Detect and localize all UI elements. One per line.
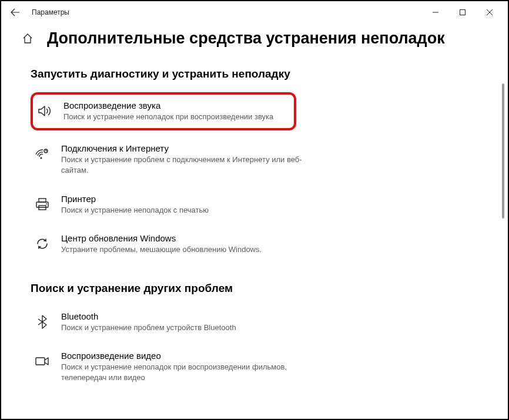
troubleshooter-windows-update[interactable]: Центр обновления Windows Устраните пробл… [31, 229, 491, 260]
speaker-icon [36, 103, 53, 119]
maximize-icon [459, 9, 466, 16]
svg-point-4 [41, 157, 42, 159]
troubleshooter-bluetooth[interactable]: Bluetooth Поиск и устранение проблем уст… [31, 307, 491, 338]
item-desc: Поиск и устранение неполадок при воспрои… [61, 362, 320, 383]
item-title: Воспроизведение звука [63, 100, 273, 110]
home-icon [22, 33, 34, 45]
scrollbar[interactable] [502, 83, 504, 219]
troubleshooter-internet[interactable]: Подключения к Интернету Поиск и устранен… [31, 139, 491, 180]
item-desc: Поиск и устранение проблем с подключение… [61, 154, 320, 176]
window-controls [422, 3, 503, 22]
item-title: Центр обновления Windows [61, 233, 262, 243]
minimize-icon [432, 9, 439, 16]
item-title: Подключения к Интернету [61, 143, 320, 153]
printer-icon [34, 196, 51, 213]
item-desc: Поиск и устранение неполадок с печатью [61, 205, 209, 216]
item-desc: Поиск и устранение проблем устройств Blu… [61, 322, 236, 333]
svg-rect-7 [36, 202, 48, 207]
svg-rect-10 [36, 358, 45, 365]
close-button[interactable] [476, 3, 503, 22]
item-desc: Устраните проблемы, мешающие обновлению … [61, 244, 262, 255]
item-title: Bluetooth [61, 311, 236, 321]
item-title: Воспроизведение видео [61, 351, 320, 361]
section-1: Поиск и устранение других проблем Blueto… [18, 282, 491, 388]
svg-point-9 [46, 203, 47, 204]
video-icon [34, 353, 51, 369]
troubleshooter-video-playback[interactable]: Воспроизведение видео Поиск и устранение… [31, 346, 491, 388]
back-button[interactable] [6, 3, 25, 22]
item-desc: Поиск и устранение неполадок при воспрои… [63, 112, 273, 122]
item-text: Bluetooth Поиск и устранение проблем уст… [61, 311, 236, 333]
troubleshooter-audio-playback[interactable]: Воспроизведение звука Поиск и устранение… [31, 92, 296, 130]
item-text: Воспроизведение звука Поиск и устранение… [63, 100, 273, 122]
item-text: Принтер Поиск и устранение неполадок с п… [61, 194, 209, 216]
bluetooth-icon [34, 314, 51, 330]
troubleshooter-list-1: Bluetooth Поиск и устранение проблем уст… [31, 307, 491, 388]
item-text: Воспроизведение видео Поиск и устранение… [61, 351, 320, 383]
item-title: Принтер [61, 194, 209, 204]
titlebar: Параметры [1, 1, 508, 23]
back-arrow-icon [11, 8, 20, 17]
wifi-icon [34, 146, 51, 162]
maximize-button[interactable] [449, 3, 476, 22]
close-icon [486, 9, 493, 16]
page-title: Дополнительные средства устранения непол… [47, 29, 445, 48]
svg-rect-1 [460, 10, 466, 15]
troubleshooter-printer[interactable]: Принтер Поиск и устранение неполадок с п… [31, 189, 491, 220]
item-text: Подключения к Интернету Поиск и устранен… [61, 143, 320, 176]
svg-rect-6 [39, 199, 46, 202]
page-header: Дополнительные средства устранения непол… [18, 29, 491, 48]
section-title-1: Поиск и устранение других проблем [31, 282, 491, 295]
section-title-0: Запустить диагностику и устранить непола… [31, 68, 491, 80]
item-text: Центр обновления Windows Устраните пробл… [61, 233, 262, 255]
window-title: Параметры [32, 8, 69, 16]
content-area: Дополнительные средства устранения непол… [1, 23, 508, 388]
update-icon [34, 236, 51, 252]
troubleshooter-list-0: Воспроизведение звука Поиск и устранение… [31, 92, 491, 260]
minimize-button[interactable] [422, 3, 449, 22]
home-button[interactable] [21, 32, 34, 45]
